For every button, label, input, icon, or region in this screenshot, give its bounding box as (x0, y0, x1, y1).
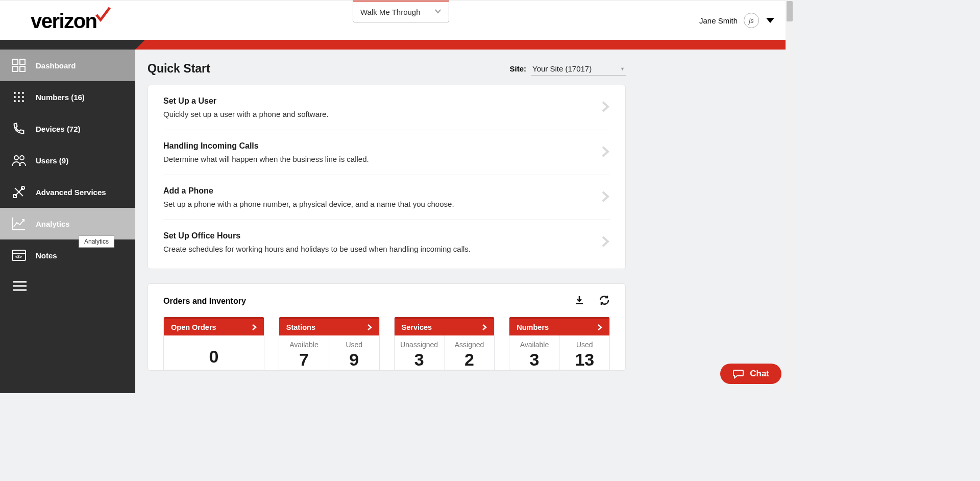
svg-point-12 (18, 100, 20, 102)
qs-item-title: Add a Phone (163, 186, 601, 196)
dashboard-icon (11, 58, 27, 73)
tile-header[interactable]: Open Orders (164, 317, 264, 335)
sidebar-item-devices[interactable]: Devices (72) (0, 113, 135, 145)
users-icon (11, 154, 27, 167)
chevron-right-icon (367, 324, 372, 331)
sidebar-item-analytics[interactable]: Analytics Analytics (0, 208, 135, 239)
tools-icon (11, 185, 27, 199)
orders-title: Orders and Inventory (163, 297, 246, 306)
svg-rect-1 (13, 59, 18, 64)
page-title: Quick Start (148, 62, 210, 76)
main-content: Quick Start Site: Your Site (17017) ▼ Se… (135, 50, 638, 393)
sidebar-item-users[interactable]: Users (9) (0, 145, 135, 176)
tile-value: 3 (511, 350, 557, 370)
quick-start-item-incoming-calls[interactable]: Handling Incoming Calls Determine what w… (163, 130, 610, 175)
chat-button[interactable]: Chat (720, 364, 781, 384)
svg-point-14 (14, 156, 18, 160)
svg-point-8 (14, 96, 16, 98)
chevron-right-icon (482, 324, 487, 331)
quick-start-item-office-hours[interactable]: Set Up Office Hours Create schedules for… (163, 220, 610, 264)
tile-header[interactable]: Services (395, 317, 495, 335)
sidebar-item-label: Devices (72) (36, 125, 81, 133)
svg-rect-2 (20, 59, 25, 64)
chat-label: Chat (750, 369, 769, 379)
user-name: Jane Smith (699, 16, 738, 25)
orders-inventory-card: Orders and Inventory Open Orders (148, 283, 626, 371)
avatar[interactable]: js (744, 13, 759, 28)
refresh-icon[interactable] (599, 295, 610, 307)
svg-point-13 (22, 100, 24, 102)
walk-me-through-dropdown[interactable]: Walk Me Through (353, 1, 449, 22)
tile-value: 13 (562, 350, 607, 370)
sidebar-item-label: Analytics (36, 220, 70, 228)
qs-item-title: Handling Incoming Calls (163, 141, 601, 151)
sidebar-item-label: Advanced Services (36, 188, 106, 197)
sidebar-item-notes[interactable]: </> Notes (0, 239, 135, 271)
check-icon (94, 7, 112, 24)
tile-numbers: Numbers Available 3 Used 13 (509, 317, 610, 370)
chevron-right-icon (601, 100, 610, 115)
chevron-right-icon (601, 190, 610, 205)
topbar: verizon Walk Me Through Jane Smith js (0, 0, 794, 40)
sidebar-item-label: Numbers (16) (36, 93, 85, 102)
tile-value: 9 (331, 350, 377, 370)
tile-value: 3 (397, 350, 442, 370)
svg-point-6 (18, 92, 20, 94)
tile-sub: Available (281, 341, 327, 349)
tile-title: Stations (286, 323, 315, 331)
tile-sub: Available (511, 341, 557, 349)
site-selector-row: Site: Your Site (17017) ▼ (509, 62, 626, 76)
tile-sub: Unassigned (397, 341, 442, 349)
user-area: Jane Smith js (699, 13, 775, 28)
qs-item-title: Set Up a User (163, 97, 601, 106)
tile-title: Services (402, 323, 432, 331)
sidebar-item-advanced-services[interactable]: Advanced Services (0, 176, 135, 208)
svg-rect-24 (576, 303, 583, 304)
site-select[interactable]: Your Site (17017) ▼ (531, 62, 626, 76)
sidebar-item-label: Users (9) (36, 156, 68, 165)
user-menu-caret[interactable] (765, 17, 775, 24)
tile-open-orders: Open Orders 0 (163, 317, 264, 370)
caret-down-icon: ▼ (620, 66, 625, 71)
tile-services: Services Unassigned 3 Assigned 2 (394, 317, 495, 370)
brand-text: verizon (31, 10, 97, 33)
qs-item-desc: Determine what will happen when the busi… (163, 155, 601, 163)
chevron-right-icon (601, 235, 610, 250)
svg-point-10 (22, 96, 24, 98)
quick-start-item-setup-user[interactable]: Set Up a User Quickly set up a user with… (163, 85, 610, 130)
brand-red-bar (0, 40, 794, 50)
site-label: Site: (509, 64, 526, 73)
quick-start-card: Set Up a User Quickly set up a user with… (148, 85, 626, 269)
site-select-value: Your Site (17017) (532, 64, 592, 73)
chevron-right-icon (597, 324, 602, 331)
tooltip: Analytics (79, 235, 114, 248)
tile-value: 0 (166, 347, 262, 367)
phone-icon (11, 122, 27, 136)
sidebar-collapse-button[interactable] (0, 271, 135, 303)
walk-me-label: Walk Me Through (360, 8, 421, 16)
tile-value: 2 (447, 350, 492, 370)
dialpad-icon (11, 90, 27, 104)
window-scrollbar[interactable] (786, 0, 794, 393)
download-icon[interactable] (574, 295, 584, 307)
tile-header[interactable]: Stations (279, 317, 379, 335)
tile-stations: Stations Available 7 Used 9 (279, 317, 380, 370)
sidebar-item-label: Notes (36, 251, 57, 260)
svg-text:</>: </> (15, 254, 22, 259)
svg-marker-0 (766, 18, 774, 23)
svg-point-5 (14, 92, 16, 94)
tile-sub: Used (331, 341, 377, 349)
qs-item-desc: Set up a phone with a phone number, a ph… (163, 200, 601, 208)
inventory-tiles: Open Orders 0 Stations (163, 317, 610, 370)
sidebar-item-dashboard[interactable]: Dashboard (0, 50, 135, 81)
chat-bubble-icon (732, 369, 744, 379)
tile-title: Open Orders (171, 323, 216, 331)
tile-value: 7 (281, 350, 327, 370)
quick-start-item-add-phone[interactable]: Add a Phone Set up a phone with a phone … (163, 175, 610, 220)
brand-logo: verizon (31, 10, 112, 33)
svg-point-15 (20, 156, 24, 160)
code-block-icon: </> (11, 249, 27, 261)
tile-header[interactable]: Numbers (509, 317, 609, 335)
tile-title: Numbers (517, 323, 549, 331)
sidebar-item-numbers[interactable]: Numbers (16) (0, 81, 135, 113)
